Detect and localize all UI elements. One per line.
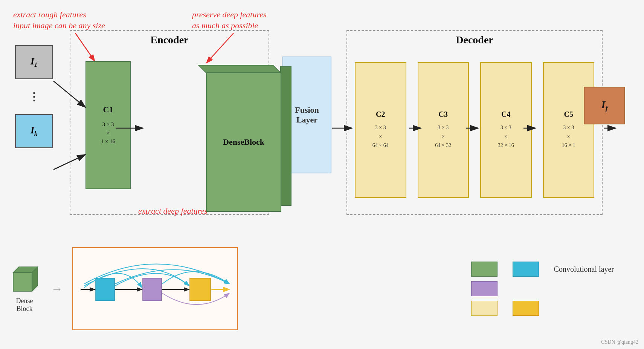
dense-block-cube: DenseBlock (8, 265, 41, 313)
c1-label: C1 (103, 105, 113, 115)
input-image-ik: Ik (15, 114, 53, 148)
encoder-title: Encoder (70, 34, 269, 46)
svg-rect-17 (143, 278, 162, 301)
denseblock: DenseBlock (195, 65, 304, 212)
cube-svg (8, 265, 41, 295)
cube-label: DenseBlock (16, 297, 33, 313)
legend-row-3 (471, 301, 614, 316)
legend-yellow (513, 301, 539, 316)
output-box: If (584, 87, 625, 124)
annotation-extract-deep: extract deep features (138, 206, 208, 216)
decoder-blocks: C2 3 × 3×64 × 64 C3 3 × 3×64 × 32 C4 3 ×… (355, 54, 594, 207)
legend-row-2 (471, 281, 614, 296)
legend-blue (513, 262, 539, 277)
fusion-label: FusionLayer (295, 105, 319, 125)
encoder-border: Encoder C1 3 × 3×1 × 16 DenseBlock extra… (70, 30, 269, 215)
decoder-block-c2: C2 3 × 3×64 × 64 (355, 62, 406, 198)
decoder-title: Decoder (347, 34, 602, 46)
top-diagram: extract rough features input image can b… (8, 8, 636, 230)
legend-section: Convolutional layer (471, 262, 614, 316)
decoder-block-c5: C5 3 × 3×16 × 1 (543, 62, 595, 198)
annotation-extract-rough: extract rough features input image can b… (13, 9, 105, 31)
legend-label: Convolutional layer (554, 265, 614, 274)
denseblock-top-face (198, 65, 281, 73)
denseblock-right-face (280, 66, 291, 206)
legend-purple (471, 281, 497, 296)
input-image-i1: I1 (15, 45, 53, 79)
c1-block: C1 3 × 3×1 × 16 (85, 61, 131, 189)
svg-marker-13 (13, 272, 32, 291)
denseblock-front-face: DenseBlock (206, 72, 281, 212)
svg-rect-16 (96, 278, 114, 301)
annotation-preserve-deep: preserve deep features as much as possib… (192, 9, 267, 31)
decoder-border: Decoder C2 3 × 3×64 × 64 C3 3 × 3×64 × 3… (346, 30, 603, 215)
c1-sublabel: 3 × 3×1 × 16 (101, 120, 115, 146)
svg-rect-18 (190, 278, 211, 301)
decoder-block-c3: C3 3 × 3×64 × 32 (418, 62, 469, 198)
dots: ⋮ (29, 90, 39, 103)
arrow-to-detail: → (51, 282, 63, 296)
dense-detail-box (72, 247, 238, 330)
bottom-diagram: DenseBlock → (8, 234, 636, 343)
main-container: extract rough features input image can b… (0, 0, 644, 349)
legend-green (471, 262, 497, 277)
dense-detail-svg (73, 248, 238, 330)
legend-cream (471, 301, 497, 316)
input-section: I1 ⋮ Ik (15, 45, 53, 148)
legend-row-1: Convolutional layer (471, 262, 614, 277)
decoder-block-c4: C4 3 × 3×32 × 16 (480, 62, 532, 198)
watermark: CSDN @qiang42 (601, 339, 638, 345)
